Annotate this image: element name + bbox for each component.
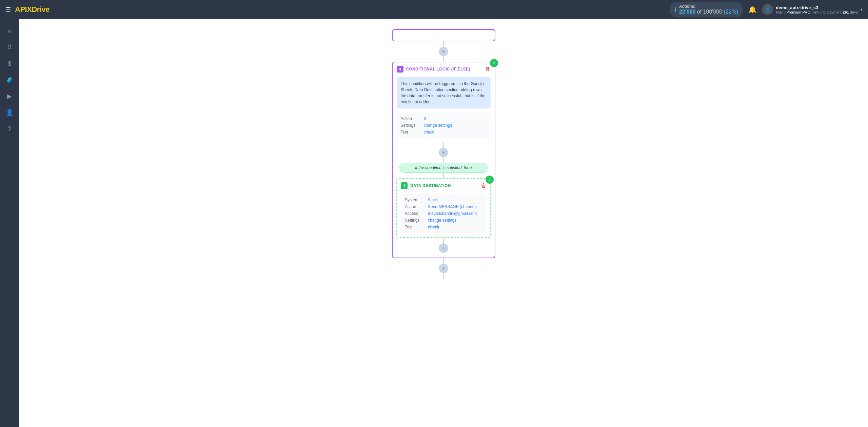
info-settings-value[interactable]: change settings [424, 123, 452, 128]
logo: APIXDrive [15, 5, 50, 14]
sidebar: ⌂ ⠿ $ 🧳 ▶ 👤 ? [0, 19, 19, 427]
info-row-test: Test check [401, 129, 487, 136]
conditional-card-title: CONDITIONAL LOGIC (IF/ELSE) [406, 67, 470, 72]
info-settings-label: Settings [401, 123, 421, 128]
inner-line-1 [443, 142, 444, 148]
conditional-card-header: 4 CONDITIONAL LOGIC (IF/ELSE) 🗑 [393, 62, 495, 76]
conditional-description: This condition will be triggered if in t… [397, 77, 491, 108]
avatar: 👤 [762, 4, 773, 15]
info-icon: ℹ [674, 6, 676, 13]
dest-info-row-test: Test check [405, 224, 482, 230]
destination-info: System Slack Action Send MESSAGE (channe… [401, 194, 486, 233]
logo-api: API [15, 5, 27, 14]
dest-test-value[interactable]: check [428, 225, 439, 229]
dest-system-value: Slack [428, 198, 438, 202]
dest-system-label: System [405, 198, 425, 202]
dest-info-row-access: Access maverickandrii@gmail.com [405, 210, 482, 217]
data-destination-card: ✓ 1 DATA DESTINATION 🗑 System Slack [396, 178, 491, 238]
dest-settings-value[interactable]: change settings [428, 218, 456, 223]
dest-action-label: Action [405, 204, 425, 209]
dest-info-row-system: System Slack [405, 197, 482, 203]
add-connector-top[interactable]: + [439, 47, 448, 56]
destination-card-header: 1 DATA DESTINATION 🗑 [397, 179, 490, 192]
sidebar-item-person[interactable]: 👤 [3, 106, 16, 119]
app-layout: ⌂ ⠿ $ 🧳 ▶ 👤 ? + ✓ 4 CONDITIONAL L [0, 19, 868, 427]
chevron-down-icon: ▾ [861, 7, 863, 12]
partial-card-top [392, 29, 495, 41]
bell-icon[interactable]: 🔔 [748, 5, 757, 14]
inner-line-4 [443, 238, 444, 243]
canvas-area: + ✓ 4 CONDITIONAL LOGIC (IF/ELSE) 🗑 This… [19, 19, 868, 427]
destination-delete-button[interactable]: 🗑 [481, 183, 486, 189]
logo-x: X [27, 5, 32, 14]
actions-badge: ℹ Actions: 22'060 of 100'000 (22%) [670, 2, 743, 17]
topnav-left: ☰ APIXDrive [5, 5, 50, 14]
conditional-info: Action If Settings change settings Test … [397, 113, 491, 138]
sidebar-item-help[interactable]: ? [3, 122, 16, 136]
actions-count: 22'060 of 100'000 (22%) [679, 9, 738, 15]
actions-label: Actions: [679, 4, 738, 9]
dest-test-label: Test [405, 225, 425, 229]
actions-pct-value: (22%) [724, 9, 738, 15]
info-test-label: Test [401, 130, 421, 135]
conditional-delete-button[interactable]: 🗑 [485, 66, 491, 72]
actions-used: 22'060 [679, 9, 695, 15]
info-test-value[interactable]: check [424, 130, 434, 135]
line-connector-1 [443, 41, 444, 47]
sidebar-item-dollar[interactable]: $ [3, 57, 16, 70]
hamburger-menu-icon[interactable]: ☰ [5, 6, 11, 13]
actions-total: 100'000 [703, 9, 722, 15]
destination-check-badge: ✓ [486, 176, 494, 184]
dest-action-value: Send MESSAGE (channel) [428, 204, 477, 209]
sidebar-item-home[interactable]: ⌂ [3, 24, 16, 38]
add-connector-bottom[interactable]: + [439, 264, 448, 273]
dest-info-row-settings: Settings change settings [405, 217, 482, 224]
line-connector-bottom-2 [443, 273, 444, 279]
info-action-value: If [424, 116, 426, 121]
inner-add-connector[interactable]: + [439, 148, 448, 157]
dest-access-label: Access [405, 211, 425, 216]
dest-access-value: maverickandrii@gmail.com [428, 211, 477, 216]
destination-badge: 1 [401, 182, 408, 189]
canvas: + ✓ 4 CONDITIONAL LOGIC (IF/ELSE) 🗑 This… [19, 19, 868, 427]
conditional-logic-card: ✓ 4 CONDITIONAL LOGIC (IF/ELSE) 🗑 This c… [392, 62, 495, 258]
dest-info-row-action: Action Send MESSAGE (channel) [405, 203, 482, 210]
dest-settings-label: Settings [405, 218, 425, 223]
inner-line-2 [443, 157, 444, 163]
actions-badge-text: Actions: 22'060 of 100'000 (22%) [679, 4, 738, 15]
sidebar-item-grid[interactable]: ⠿ [3, 41, 16, 54]
line-connector-2 [443, 56, 444, 62]
sidebar-item-briefcase[interactable]: 🧳 [3, 73, 16, 87]
line-connector-bottom-1 [443, 258, 444, 264]
user-name: demo_apix-drive_s3 [776, 5, 858, 10]
info-action-label: Action [401, 116, 421, 121]
flow-column: + ✓ 4 CONDITIONAL LOGIC (IF/ELSE) 🗑 This… [389, 26, 498, 279]
condition-banner: if the condition is satisfied, then [399, 163, 488, 173]
topnav-right: ℹ Actions: 22'060 of 100'000 (22%) 🔔 👤 d… [670, 2, 863, 17]
sidebar-item-play[interactable]: ▶ [3, 89, 16, 103]
inner-line-3 [443, 173, 444, 178]
info-row-settings: Settings change settings [401, 122, 487, 129]
inner-add-connector-2[interactable]: + [439, 243, 448, 253]
user-section[interactable]: 👤 demo_apix-drive_s3 Plan | Premium PRO … [762, 4, 863, 15]
user-info: demo_apix-drive_s3 Plan | Premium PRO | … [776, 5, 858, 14]
logo-drive: Drive [32, 5, 50, 14]
user-plan: Plan | Premium PRO | left until payment … [776, 10, 858, 14]
top-navigation: ☰ APIXDrive ℹ Actions: 22'060 of 100'000… [0, 0, 868, 19]
logo-text: APIXDrive [15, 5, 50, 14]
info-row-action: Action If [401, 115, 487, 122]
conditional-badge: 4 [397, 66, 403, 73]
actions-of: of [697, 9, 703, 15]
destination-card-title: DATA DESTINATION [410, 183, 451, 188]
conditional-check-badge: ✓ [490, 59, 498, 67]
